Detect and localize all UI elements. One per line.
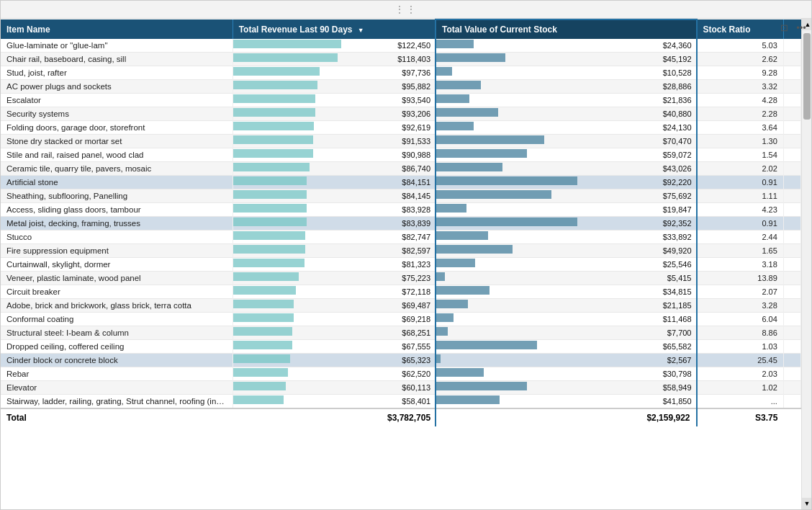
cell-revenue: $83,839 xyxy=(233,217,436,231)
cell-ratio: 1.11 xyxy=(697,189,784,203)
cell-ratio: 2.28 xyxy=(697,107,784,121)
cell-stock: $59,072 xyxy=(436,148,696,162)
cell-revenue: $118,403 xyxy=(233,53,436,66)
cell-ratio: 1.02 xyxy=(697,381,784,395)
cell-item-name: Fire suppression equipment xyxy=(1,244,233,258)
cell-revenue: $93,540 xyxy=(233,94,436,107)
table-row: Circuit breaker$72,118$34,8152.07 xyxy=(1,285,801,299)
cell-stock: $25,546 xyxy=(436,258,696,272)
cell-scroll-spacer xyxy=(783,135,800,148)
cell-revenue: $84,151 xyxy=(233,176,436,189)
cell-ratio: 3.18 xyxy=(697,258,784,272)
drag-handle-icon: ⋮⋮ xyxy=(394,4,418,15)
cell-item-name: Stone dry stacked or mortar set xyxy=(1,135,233,148)
cell-ratio: 0.91 xyxy=(697,217,784,231)
cell-scroll-spacer xyxy=(783,176,800,189)
cell-item-name: Elevator xyxy=(1,381,233,395)
cell-scroll-spacer xyxy=(783,367,800,381)
cell-stock: $2,567 xyxy=(436,354,696,367)
table-row: Curtainwall, skylight, dormer$81,323$25,… xyxy=(1,258,801,272)
cell-stock: $70,470 xyxy=(436,135,696,148)
scrollbar-thumb[interactable] xyxy=(803,33,811,120)
cell-item-name: Stucco xyxy=(1,231,233,244)
table-row: Fire suppression equipment$82,597$49,920… xyxy=(1,244,801,258)
cell-revenue: $84,145 xyxy=(233,189,436,203)
cell-item-name: Stud, joist, rafter xyxy=(1,66,233,80)
table-row: Metal joist, decking, framing, trusses$8… xyxy=(1,217,801,231)
cell-stock: $7,700 xyxy=(436,326,696,340)
more-options-icon[interactable]: ••• xyxy=(794,20,808,35)
cell-scroll-spacer xyxy=(783,231,800,244)
cell-scroll-spacer xyxy=(783,80,800,94)
footer-row: Total $3,782,705 $2,159,922 S3.75 xyxy=(1,408,801,426)
cell-ratio: 0.91 xyxy=(697,176,784,189)
table-row: Access, sliding glass doors, tambour$83,… xyxy=(1,203,801,217)
cell-revenue: $72,118 xyxy=(233,285,436,299)
cell-revenue: $86,740 xyxy=(233,162,436,176)
cell-stock: $92,220 xyxy=(436,176,696,189)
cell-item-name: Structural steel: I-beam & column xyxy=(1,326,233,340)
table-row: Rebar$62,520$30,7982.03 xyxy=(1,367,801,381)
cell-item-name: Veneer, plastic laminate, wood panel xyxy=(1,272,233,285)
col-header-ratio[interactable]: Stock Ratio xyxy=(697,19,784,39)
cell-stock: $11,468 xyxy=(436,313,696,326)
cell-ratio: ... xyxy=(697,395,784,409)
cell-ratio: 3.28 xyxy=(697,299,784,313)
cell-scroll-spacer xyxy=(783,162,800,176)
cell-item-name: Access, sliding glass doors, tambour xyxy=(1,203,233,217)
table-row: Stucco$82,747$33,8922.44 xyxy=(1,231,801,244)
cell-revenue: $62,520 xyxy=(233,367,436,381)
cell-ratio: 2.02 xyxy=(697,162,784,176)
cell-item-name: Security systems xyxy=(1,107,233,121)
drag-handle[interactable]: ⋮⋮ xyxy=(1,1,811,19)
cell-ratio: 4.23 xyxy=(697,203,784,217)
cell-item-name: Escalator xyxy=(1,94,233,107)
scrollbar-track[interactable]: ▲ ▼ xyxy=(801,19,811,509)
cell-ratio: 6.04 xyxy=(697,313,784,326)
cell-scroll-spacer xyxy=(783,285,800,299)
table-row: Escalator$93,540$21,8364.28 xyxy=(1,94,801,107)
table-row: Folding doors, garage door, storefront$9… xyxy=(1,121,801,135)
cell-revenue: $69,218 xyxy=(233,313,436,326)
cell-revenue: $97,736 xyxy=(233,66,436,80)
cell-revenue: $68,251 xyxy=(233,326,436,340)
cell-item-name: Glue-laminate or "glue-lam" xyxy=(1,39,233,53)
cell-stock: $41,850 xyxy=(436,395,696,409)
cell-item-name: Ceramic tile, quarry tile, pavers, mosai… xyxy=(1,162,233,176)
cell-stock: $19,847 xyxy=(436,203,696,217)
cell-scroll-spacer xyxy=(783,94,800,107)
cell-item-name: Cinder block or concrete block xyxy=(1,354,233,367)
cell-scroll-spacer xyxy=(783,395,800,409)
footer-ratio: S3.75 xyxy=(697,408,784,426)
cell-scroll-spacer xyxy=(783,313,800,326)
cell-ratio: 13.89 xyxy=(697,272,784,285)
cell-item-name: Curtainwall, skylight, dormer xyxy=(1,258,233,272)
cell-scroll-spacer xyxy=(783,66,800,80)
cell-revenue: $90,988 xyxy=(233,148,436,162)
cell-scroll-spacer xyxy=(783,258,800,272)
cell-scroll-spacer xyxy=(783,39,800,53)
cell-stock: $58,949 xyxy=(436,381,696,395)
cell-scroll-spacer xyxy=(783,299,800,313)
cell-stock: $10,528 xyxy=(436,66,696,80)
scroll-down-button[interactable]: ▼ xyxy=(802,498,811,509)
cell-stock: $45,192 xyxy=(436,53,696,66)
cell-item-name: Stairway, ladder, railing, grating, Stru… xyxy=(1,395,233,409)
cell-revenue: $65,323 xyxy=(233,354,436,367)
expand-icon[interactable]: ⊡ xyxy=(777,20,791,35)
cell-revenue: $75,223 xyxy=(233,272,436,285)
cell-stock: $30,798 xyxy=(436,367,696,381)
cell-scroll-spacer xyxy=(783,121,800,135)
cell-item-name: Artificial stone xyxy=(1,176,233,189)
col-header-stock[interactable]: Total Value of Current Stock xyxy=(436,19,696,39)
cell-revenue: $58,401 xyxy=(233,395,436,409)
cell-scroll-spacer xyxy=(783,354,800,367)
cell-ratio: 3.64 xyxy=(697,121,784,135)
col-header-item[interactable]: Item Name xyxy=(1,19,233,39)
cell-item-name: Stile and rail, raised panel, wood clad xyxy=(1,148,233,162)
cell-stock: $24,360 xyxy=(436,39,696,53)
cell-stock: $21,185 xyxy=(436,299,696,313)
col-header-revenue[interactable]: Total Revenue Last 90 Days ▼ xyxy=(233,19,436,39)
table-row: Stone dry stacked or mortar set$91,533$7… xyxy=(1,135,801,148)
cell-revenue: $69,487 xyxy=(233,299,436,313)
